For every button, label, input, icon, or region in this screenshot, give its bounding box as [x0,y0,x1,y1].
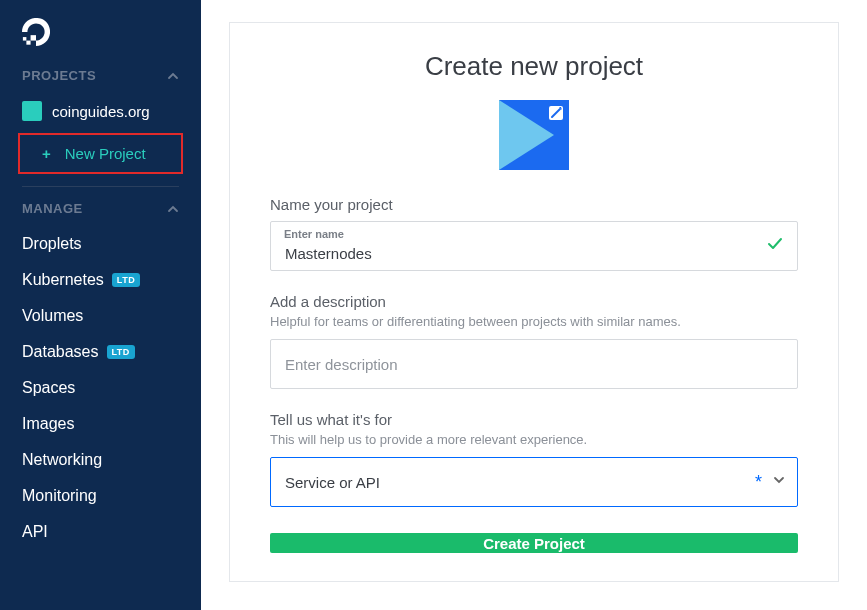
sidebar-item-droplets[interactable]: Droplets [0,226,201,262]
description-input-wrap [270,339,798,389]
manage-header-label: MANAGE [22,201,83,216]
sidebar-item-api[interactable]: API [0,514,201,550]
main-content: Create new project Name your project Ent… [201,0,867,610]
sidebar-item-images[interactable]: Images [0,406,201,442]
project-label: coinguides.org [52,103,150,120]
plus-icon: + [42,145,51,162]
page-title: Create new project [270,51,798,82]
project-purpose-select[interactable]: Service or API [270,457,798,507]
sidebar-item-networking[interactable]: Networking [0,442,201,478]
sidebar: PROJECTS coinguides.org + New Project MA… [0,0,201,610]
manage-label: Droplets [22,235,82,253]
description-field-label: Add a description [270,293,798,310]
manage-label: Monitoring [22,487,97,505]
chevron-up-icon [167,70,179,82]
manage-label: Networking [22,451,102,469]
project-name-input[interactable] [270,221,798,271]
ltd-badge: LTD [107,345,135,359]
sidebar-item-kubernetes[interactable]: Kubernetes LTD [0,262,201,298]
purpose-field-help: This will help us to provide a more rele… [270,432,798,447]
name-field-label: Name your project [270,196,798,213]
required-star-icon: * [755,472,762,493]
purpose-value: Service or API [285,474,380,491]
sidebar-project-item[interactable]: coinguides.org [0,93,201,129]
name-float-label: Enter name [284,228,344,240]
chevron-up-icon [167,203,179,215]
create-project-button[interactable]: Create Project [270,533,798,553]
projects-section-header[interactable]: PROJECTS [0,68,201,93]
ltd-badge: LTD [112,273,140,287]
sidebar-item-volumes[interactable]: Volumes [0,298,201,334]
check-icon [766,235,784,257]
chevron-down-icon [772,473,786,491]
manage-label: Kubernetes [22,271,104,289]
logo[interactable] [0,8,201,68]
manage-label: API [22,523,48,541]
new-project-button[interactable]: + New Project [18,133,183,174]
description-field-help: Helpful for teams or differentiating bet… [270,314,798,329]
sidebar-item-spaces[interactable]: Spaces [0,370,201,406]
purpose-select-wrap: Service or API * [270,457,798,507]
sidebar-item-databases[interactable]: Databases LTD [0,334,201,370]
sidebar-item-monitoring[interactable]: Monitoring [0,478,201,514]
manage-label: Databases [22,343,99,361]
manage-label: Volumes [22,307,83,325]
projects-header-label: PROJECTS [22,68,96,83]
manage-label: Spaces [22,379,75,397]
project-hero-icon [499,100,569,170]
manage-label: Images [22,415,74,433]
name-input-wrap: Enter name [270,221,798,271]
manage-section-header[interactable]: MANAGE [0,187,201,226]
digitalocean-logo-icon [22,18,50,46]
project-icon [22,101,42,121]
purpose-field-label: Tell us what it's for [270,411,798,428]
project-description-input[interactable] [270,339,798,389]
new-project-label: New Project [65,145,146,162]
create-project-card: Create new project Name your project Ent… [229,22,839,582]
